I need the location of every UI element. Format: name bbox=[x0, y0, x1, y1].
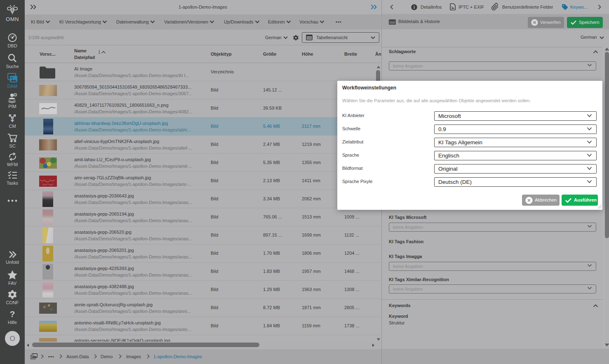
svg-text:O: O bbox=[9, 335, 15, 343]
svg-text:P: P bbox=[14, 94, 16, 96]
